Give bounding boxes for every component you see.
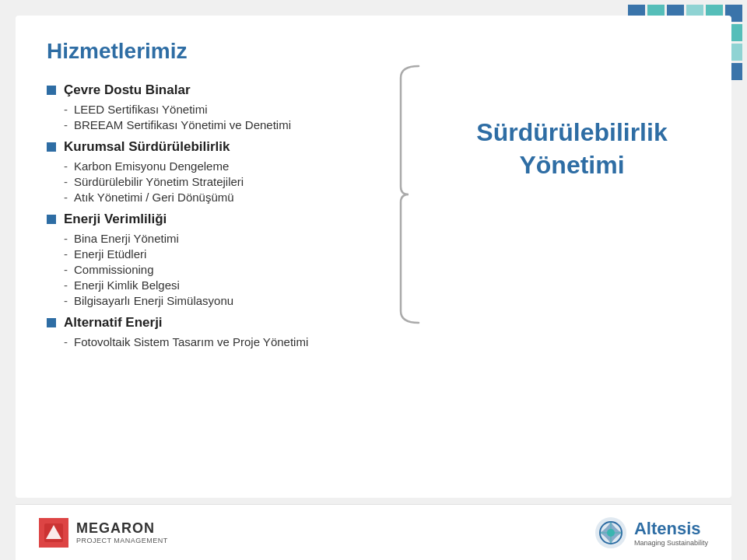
section-title-alternatif: Alternatif Enerji <box>64 315 163 331</box>
section-bullet <box>47 215 56 224</box>
list-item: - Bina Enerji Yönetimi <box>64 232 420 245</box>
list-item: - Enerji Kimlik Belgesi <box>64 278 420 292</box>
section-title-cevre: Çevre Dostu Binalar <box>64 82 191 98</box>
footer: MEGARON PROJECT MANAGEMENT Altensis Mana… <box>16 504 731 560</box>
item-text: Atık Yönetimi / Geri Dönüşümü <box>74 191 234 204</box>
dash-icon: - <box>64 103 68 116</box>
section-enerji: Enerji Verimliliği <box>47 212 420 227</box>
dash-icon: - <box>64 294 68 307</box>
item-text: Sürdürülebilir Yönetim Stratejileri <box>74 175 244 188</box>
section-title-kurumsal: Kurumsal Sürdürülebilirlik <box>64 139 230 155</box>
dash-icon: - <box>64 278 68 292</box>
right-panel: Sürdürülebilirlik Yönetimi <box>428 117 716 181</box>
megaron-logo: MEGARON PROJECT MANAGEMENT <box>39 518 168 548</box>
dash-icon: - <box>64 175 68 188</box>
item-text: Bina Enerji Yönetimi <box>74 232 179 245</box>
altensis-sub-title: Managing Sustainability <box>634 539 708 547</box>
dash-icon: - <box>64 159 68 173</box>
list-item: - LEED Sertifikası Yönetimi <box>64 103 420 116</box>
list-item: - BREEAM Sertifikası Yönetimi ve Denetim… <box>64 118 420 131</box>
dash-icon: - <box>64 335 68 348</box>
megaron-text: MEGARON PROJECT MANAGEMENT <box>76 520 168 544</box>
section-title-enerji: Enerji Verimliliği <box>64 212 167 227</box>
page-title: Hizmetlerimiz <box>47 39 420 64</box>
item-text: Karbon Emisyonu Dengeleme <box>74 159 229 173</box>
section-kurumsal: Kurumsal Sürdürülebilirlik <box>47 139 420 155</box>
altensis-logo: Altensis Managing Sustainability <box>594 516 708 550</box>
list-item: - Atık Yönetimi / Geri Dönüşümü <box>64 191 420 204</box>
item-text: LEED Sertifikası Yönetimi <box>74 103 207 116</box>
list-item: - Karbon Emisyonu Dengeleme <box>64 159 420 173</box>
item-text: Enerji Kimlik Belgesi <box>74 278 180 292</box>
item-text: Enerji Etüdleri <box>74 247 146 261</box>
bracket-decoration <box>397 62 420 327</box>
main-content-area: Hizmetlerimiz Çevre Dostu Binalar - LEED… <box>16 16 731 498</box>
left-column: Hizmetlerimiz Çevre Dostu Binalar - LEED… <box>47 39 420 351</box>
dash-icon: - <box>64 191 68 204</box>
altensis-brand-name: Altensis <box>634 519 708 539</box>
item-text: BREEAM Sertifikası Yönetimi ve Denetimi <box>74 118 291 131</box>
right-panel-line1: Sürdürülebilirlik <box>428 117 716 149</box>
dash-icon: - <box>64 118 68 131</box>
item-text: Fotovoltaik Sistem Tasarım ve Proje Yöne… <box>74 335 308 348</box>
item-text: Commissioning <box>74 263 154 276</box>
megaron-sub-title: PROJECT MANAGEMENT <box>76 537 168 544</box>
section-bullet <box>47 142 56 152</box>
list-item: - Enerji Etüdleri <box>64 247 420 261</box>
right-panel-line2: Yönetimi <box>428 149 716 182</box>
list-item: - Bilgisayarlı Enerji Simülasyonu <box>64 294 420 307</box>
megaron-brand-name: MEGARON <box>76 520 168 537</box>
section-bullet <box>47 86 56 95</box>
dash-icon: - <box>64 263 68 276</box>
dash-icon: - <box>64 232 68 245</box>
list-item: - Fotovoltaik Sistem Tasarım ve Proje Yö… <box>64 335 420 348</box>
list-item: - Sürdürülebilir Yönetim Stratejileri <box>64 175 420 188</box>
item-text: Bilgisayarlı Enerji Simülasyonu <box>74 294 233 307</box>
dash-icon: - <box>64 247 68 261</box>
megaron-icon <box>39 518 68 548</box>
section-bullet <box>47 318 56 327</box>
section-alternatif: Alternatif Enerji <box>47 315 420 331</box>
altensis-text: Altensis Managing Sustainability <box>634 519 708 547</box>
altensis-svg-icon <box>594 516 628 550</box>
section-cevre-dostu: Çevre Dostu Binalar <box>47 82 420 98</box>
megaron-svg <box>43 522 65 544</box>
list-item: - Commissioning <box>64 263 420 276</box>
